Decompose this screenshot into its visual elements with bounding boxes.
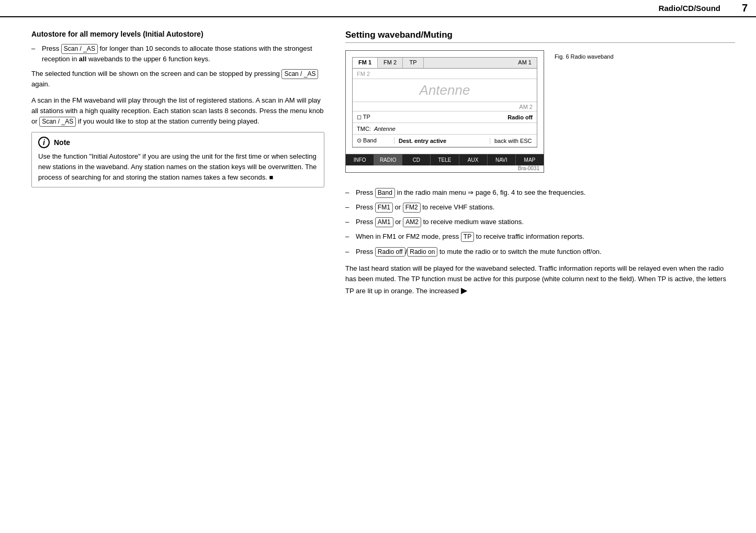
dash-icon: – [345,217,354,227]
band-dest-row: ⊙ Band Dest. entry active back with ESC [353,135,537,147]
note-text: Use the function "Initial Autostore" if … [38,151,318,183]
tmc-label: TMC: [357,126,371,132]
dest-label: Dest. entry active [399,138,446,144]
btn-aux[interactable]: AUX [459,154,488,165]
autostore-heading: Autostore for all memory levels (Initial… [31,30,324,38]
bullet-radio-off-text: Press Radio off/Radio on to mute the rad… [356,247,735,257]
bullet-tp: – When in FM1 or FM2 mode, press TP to r… [345,231,735,242]
am2-label: AM 2 [519,104,533,110]
bottom-para: The last heard station will be played fo… [345,263,735,297]
am2-btn[interactable]: AM2 [403,217,421,227]
band-label: ⊙ Band [357,137,377,144]
para-1: The selected function will be shown on t… [31,69,324,90]
fm2-label: FM 2 [357,71,370,77]
radio-display: FM 1 FM 2 TP AM 1 FM 2 Antenne [345,50,544,173]
note-box: i Note Use the function "Initial Autosto… [31,132,324,187]
bottom-btn-row: INFO RADIO CD TELE AUX NAVI MAP [346,154,544,165]
fm1-btn[interactable]: FM1 [375,203,393,213]
tp-indicator: ◻ TP [357,114,370,120]
band-cell[interactable]: ⊙ Band [353,137,394,144]
scan-as-btn-1[interactable]: Scan / _AS [61,44,98,54]
dash-icon: – [345,187,354,198]
tp-btn[interactable]: TP [461,232,474,242]
back-cell: back with ESC [490,138,537,144]
radio-screen: FM 1 FM 2 TP AM 1 FM 2 Antenne [352,57,537,148]
radio-off-label: Radio off [507,114,533,120]
am2-row: AM 2 [353,102,537,112]
tab-fm2-top[interactable]: FM 2 [378,58,403,68]
autostore-bullet-text: Press Scan / _AS for longer than 10 seco… [42,43,324,64]
note-header: i Note [38,137,318,148]
header-bar: Radio/CD/Sound 7 [0,0,756,17]
btn-radio[interactable]: RADIO [374,154,402,165]
tmc-row: TMC: Antenne [353,123,537,135]
setting-waveband-heading: Setting waveband/Muting [345,30,735,43]
btn-map[interactable]: MAP [516,154,544,165]
bullet-band: – Press Band in the radio main menu ⇒ pa… [345,187,735,198]
antenne-display: Antenne [353,79,537,102]
bullet-am-text: Press AM1 or AM2 to receive medium wave … [356,217,735,227]
fig-id: Bra-0031 [346,165,544,172]
am1-btn[interactable]: AM1 [375,217,393,227]
dash-icon: – [345,202,354,213]
bullet-fm-text: Press FM1 or FM2 to receive VHF stations… [356,202,735,213]
right-column: Setting waveband/Muting FM 1 FM 2 TP AM … [345,30,735,303]
btn-cd[interactable]: CD [402,154,431,165]
dest-cell: Dest. entry active [394,138,490,144]
bullet-band-text: Press Band in the radio main menu ⇒ page… [356,187,735,198]
tab-am1[interactable]: AM 1 [424,58,537,68]
content-area: Autostore for all memory levels (Initial… [0,17,756,315]
autostore-bullet: – Press Scan / _AS for longer than 10 se… [31,43,324,64]
tmc-value: Antenne [374,126,396,132]
back-label: back with ESC [494,138,532,144]
antenne-text: Antenne [420,82,470,98]
tab-row: FM 1 FM 2 TP AM 1 [353,58,537,69]
note-label: Note [54,138,70,147]
tp-row: ◻ TP Radio off [353,112,537,123]
para-2: A scan in the FM waveband will play thro… [31,95,324,127]
fig-caption-area: Fig. 6 Radio waveband [550,52,614,60]
tab-fm1[interactable]: FM 1 [353,58,378,68]
screen-wrapper: FM 1 FM 2 TP AM 1 FM 2 Antenne [346,51,544,154]
bullet-fm: – Press FM1 or FM2 to receive VHF statio… [345,202,735,213]
scan-as-btn-2[interactable]: Scan / _AS [281,69,318,79]
bullet-radio-off: – Press Radio off/Radio on to mute the r… [345,247,735,257]
bullet-am: – Press AM1 or AM2 to receive medium wav… [345,217,735,227]
header-page: 7 [733,2,748,14]
fm2-inactive-row: FM 2 [353,69,537,79]
left-column: Autostore for all memory levels (Initial… [31,30,324,303]
band-btn[interactable]: Band [375,188,395,198]
btn-info[interactable]: INFO [346,154,374,165]
radio-on-btn[interactable]: Radio on [407,247,437,257]
fm2-btn[interactable]: FM2 [403,203,421,213]
dash-icon: – [31,43,40,64]
scan-as-btn-3[interactable]: Scan / _AS [39,117,76,127]
note-icon: i [38,137,50,148]
tab-tp[interactable]: TP [403,58,424,68]
dash-icon: – [345,247,354,257]
btn-tele[interactable]: TELE [431,154,459,165]
btn-navi[interactable]: NAVI [488,154,516,165]
bullet-tp-text: When in FM1 or FM2 mode, press TP to rec… [356,231,735,242]
dash-icon: – [345,231,354,242]
radio-off-btn[interactable]: Radio off [375,247,405,257]
continue-arrow: ▶ [461,284,467,297]
fig-caption: Fig. 6 Radio waveband [555,53,614,60]
header-title: Radio/CD/Sound [659,4,720,13]
